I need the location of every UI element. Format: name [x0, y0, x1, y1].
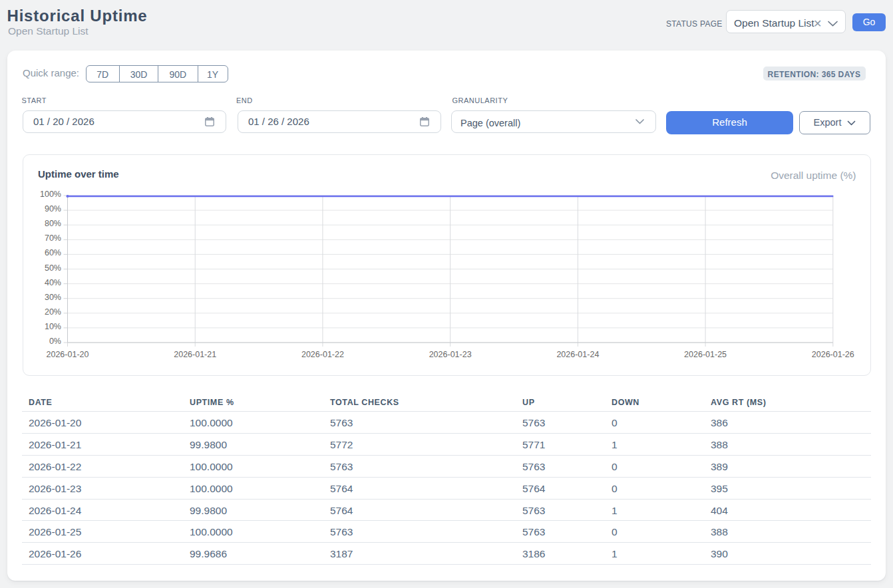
svg-text:60%: 60% [45, 248, 61, 257]
svg-text:10%: 10% [45, 322, 61, 331]
svg-text:80%: 80% [45, 219, 61, 228]
svg-text:40%: 40% [45, 278, 61, 287]
svg-text:2026-01-20: 2026-01-20 [47, 350, 89, 359]
svg-text:30%: 30% [45, 293, 61, 302]
svg-text:2026-01-23: 2026-01-23 [429, 350, 472, 359]
svg-text:70%: 70% [45, 233, 61, 243]
svg-text:2026-01-26: 2026-01-26 [812, 350, 854, 359]
svg-text:50%: 50% [45, 263, 61, 273]
svg-text:2026-01-22: 2026-01-22 [301, 350, 344, 359]
svg-text:0%: 0% [49, 337, 61, 346]
svg-text:20%: 20% [45, 307, 61, 317]
svg-text:2026-01-24: 2026-01-24 [556, 350, 599, 359]
svg-text:100%: 100% [40, 190, 61, 199]
svg-text:2026-01-25: 2026-01-25 [684, 350, 727, 359]
svg-text:90%: 90% [45, 204, 61, 214]
svg-text:2026-01-21: 2026-01-21 [174, 350, 216, 359]
